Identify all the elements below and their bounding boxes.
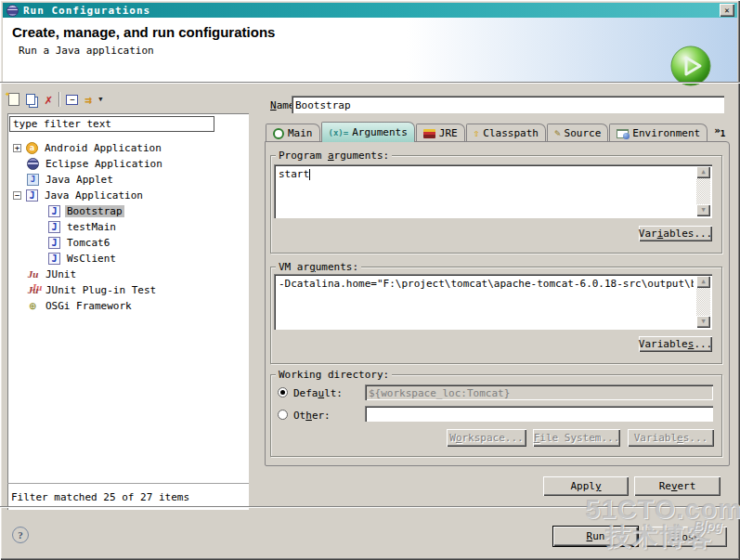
expand-icon[interactable]: + (13, 144, 21, 152)
tree-item-junit-plugin-test[interactable]: Ju JUnit Plug-in Test (7, 282, 249, 298)
launch-config-toolbar: ✦ ✗ − ⇉ ▼ (8, 90, 102, 109)
tab-source[interactable]: ✎ Source (547, 124, 608, 142)
tab-arguments[interactable]: (x)= Arguments (321, 122, 415, 142)
delete-configuration-icon[interactable]: ✗ (45, 93, 52, 106)
tree-item-wsclient[interactable]: J WsClient (7, 251, 249, 267)
collapse-icon[interactable]: − (13, 191, 21, 200)
tree-item-bootstrap[interactable]: J Bootstrap (7, 203, 249, 219)
filter-launch-configs-icon[interactable]: ⇉ (84, 94, 92, 106)
other-radio-label[interactable]: Other: (293, 410, 331, 422)
directory-variables-button[interactable]: Variables... (628, 429, 714, 447)
run-configurations-dialog: { "window": { "title": "Run Configuratio… (0, 0, 740, 560)
dialog-subheading: Run a Java application (19, 45, 154, 57)
tree-item-tomcat6[interactable]: J Tomcat6 (7, 235, 249, 251)
apply-button[interactable]: Apply (543, 476, 629, 496)
selected-tree-item-label: Bootstrap (65, 205, 124, 217)
java-application-icon: J (48, 237, 60, 249)
title-bar[interactable]: Run Configurations (3, 3, 737, 18)
classpath-tab-icon: ⇧ (474, 128, 480, 139)
java-application-icon: J (26, 189, 38, 202)
scroll-up-icon[interactable]: ▲ (696, 276, 710, 288)
eclipse-logo-icon (6, 5, 19, 17)
new-configuration-icon[interactable]: ✦ (8, 93, 19, 106)
revert-button[interactable]: Revert (634, 476, 721, 496)
environment-tab-icon (617, 129, 629, 138)
source-tab-icon: ✎ (554, 128, 561, 139)
filter-status-text: Filter matched 25 of 27 items (11, 491, 189, 503)
tab-jre[interactable]: JRE (416, 124, 465, 142)
other-directory-field[interactable] (365, 406, 713, 422)
scroll-track[interactable] (696, 178, 710, 204)
tree-item-testmain[interactable]: J testMain (7, 219, 249, 235)
scroll-up-icon[interactable]: ▲ (696, 166, 710, 178)
text-caret (309, 169, 310, 180)
close-button[interactable]: Close (643, 527, 727, 547)
junit-plugin-test-icon: Ju (27, 284, 39, 296)
junit-icon: Ju (27, 268, 39, 280)
configurations-tree-panel: + a Android Application Eclipse Applicat… (7, 113, 249, 510)
scroll-down-icon[interactable]: ▼ (696, 204, 710, 216)
toolbar-separator (58, 92, 59, 107)
tree-item-osgi-framework[interactable]: ⊕ OSGi Framework (7, 298, 249, 314)
configurations-tree: + a Android Application Eclipse Applicat… (7, 140, 249, 314)
file-system-button[interactable]: File System... (533, 429, 620, 447)
run-button[interactable]: Run (552, 526, 639, 547)
arguments-tab-icon: (x)= (329, 128, 349, 137)
java-application-icon: J (48, 205, 60, 217)
tab-environment[interactable]: Environment (609, 124, 708, 142)
dialog-header: Create, manage, and run configurations R… (3, 18, 737, 82)
tree-item-java-applet[interactable]: J Java Applet (7, 172, 249, 188)
vm-variables-button[interactable]: Variables... (639, 336, 712, 352)
tab-overflow-chevron[interactable]: »1 (708, 124, 729, 142)
program-arguments-label: Program arguments: (276, 150, 392, 162)
osgi-framework-icon: ⊕ (27, 300, 39, 312)
window-close-button[interactable]: ✕ (720, 4, 734, 17)
tree-item-java-application[interactable]: − J Java Application (7, 188, 249, 203)
android-application-icon: a (26, 142, 38, 154)
eclipse-application-icon (27, 158, 39, 170)
help-icon[interactable]: ? (12, 527, 29, 543)
name-input[interactable] (292, 96, 724, 113)
program-variables-button[interactable]: Variables... (639, 226, 712, 241)
tree-status-separator (7, 483, 249, 484)
dialog-heading: Create, manage, and run configurations (12, 24, 275, 40)
duplicate-configuration-icon[interactable] (26, 94, 35, 105)
jre-tab-icon (423, 129, 435, 138)
default-radio[interactable] (278, 387, 288, 397)
collapse-all-icon[interactable]: − (66, 95, 78, 105)
default-radio-label[interactable]: Default: (293, 387, 343, 399)
other-radio[interactable] (278, 410, 288, 420)
tree-item-eclipse-application[interactable]: Eclipse Application (7, 156, 249, 172)
java-application-icon: J (48, 253, 60, 265)
working-directory-label: Working directory: (276, 369, 392, 381)
tab-classpath[interactable]: ⇧ Classpath (466, 124, 546, 142)
filter-input[interactable] (9, 116, 214, 132)
tree-item-junit[interactable]: Ju JUnit (7, 267, 249, 282)
java-application-icon: J (48, 221, 60, 233)
java-applet-icon: J (27, 174, 39, 186)
program-arguments-textarea[interactable]: start ▲ ▼ (274, 164, 712, 218)
workspace-button[interactable]: Workspace... (447, 429, 526, 447)
window-title: Run Configurations (23, 5, 150, 17)
tree-item-android-application[interactable]: + a Android Application (7, 140, 249, 156)
toolbar-dropdown-icon[interactable]: ▼ (98, 96, 102, 103)
vm-arguments-label: VM arguments: (276, 261, 361, 273)
tab-main[interactable]: Main (266, 124, 320, 142)
scrollbar[interactable]: ▲ ▼ (696, 276, 710, 328)
main-tab-icon (273, 128, 284, 139)
scroll-down-icon[interactable]: ▼ (696, 316, 710, 328)
tab-bar: Main (x)= Arguments JRE ⇧ Classpath ✎ So… (266, 122, 729, 142)
scroll-track[interactable] (696, 288, 710, 316)
vm-arguments-textarea[interactable]: -Dcatalina.home="F:\project\tomcat\apach… (274, 274, 712, 330)
default-directory-field (365, 384, 713, 400)
scrollbar[interactable]: ▲ ▼ (696, 166, 710, 216)
watermark-51cto: 51CTO.com (585, 494, 740, 525)
